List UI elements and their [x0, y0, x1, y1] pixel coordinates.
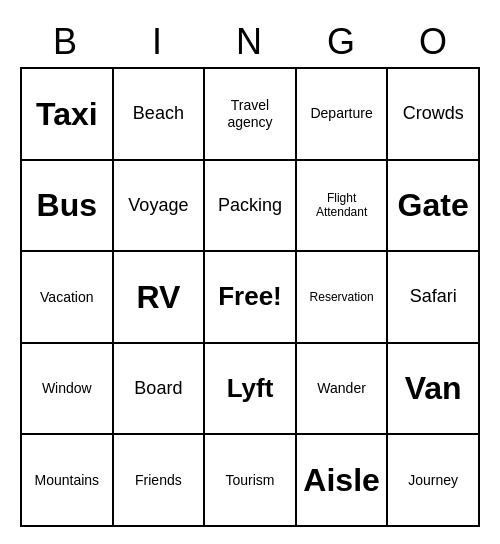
bingo-cell: Gate [388, 161, 480, 253]
cell-text: Gate [398, 186, 469, 224]
bingo-cell: Journey [388, 435, 480, 527]
cell-text: Packing [218, 195, 282, 217]
cell-text: Travel agency [209, 97, 291, 131]
cell-text: Beach [133, 103, 184, 125]
cell-text: Wander [317, 380, 366, 397]
header-letter: G [296, 17, 388, 67]
bingo-cell: Vacation [22, 252, 114, 344]
bingo-cell: Taxi [22, 69, 114, 161]
bingo-cell: Voyage [114, 161, 206, 253]
cell-text: Van [405, 369, 462, 407]
header-letter: O [388, 17, 480, 67]
cell-text: Voyage [128, 195, 188, 217]
cell-text: Departure [310, 105, 372, 122]
cell-text: Window [42, 380, 92, 397]
bingo-cell: Departure [297, 69, 389, 161]
bingo-cell: Wander [297, 344, 389, 436]
bingo-cell: Flight Attendant [297, 161, 389, 253]
bingo-cell: Board [114, 344, 206, 436]
bingo-cell: Lyft [205, 344, 297, 436]
cell-text: Safari [410, 286, 457, 308]
cell-text: Vacation [40, 289, 93, 306]
cell-text: Journey [408, 472, 458, 489]
cell-text: Board [134, 378, 182, 400]
bingo-cell: RV [114, 252, 206, 344]
bingo-cell: Beach [114, 69, 206, 161]
bingo-cell: Aisle [297, 435, 389, 527]
cell-text: Friends [135, 472, 182, 489]
bingo-cell: Safari [388, 252, 480, 344]
cell-text: Tourism [225, 472, 274, 489]
cell-text: Mountains [35, 472, 100, 489]
bingo-header: BINGO [20, 17, 480, 67]
cell-text: Aisle [303, 461, 379, 499]
cell-text: Reservation [310, 290, 374, 304]
bingo-card: BINGO TaxiBeachTravel agencyDepartureCro… [20, 17, 480, 527]
header-letter: B [20, 17, 112, 67]
bingo-cell: Mountains [22, 435, 114, 527]
bingo-cell: Packing [205, 161, 297, 253]
cell-text: Bus [37, 186, 97, 224]
bingo-cell: Travel agency [205, 69, 297, 161]
bingo-cell: Window [22, 344, 114, 436]
bingo-cell: Van [388, 344, 480, 436]
bingo-grid: TaxiBeachTravel agencyDepartureCrowdsBus… [20, 67, 480, 527]
bingo-cell: Tourism [205, 435, 297, 527]
bingo-cell: Friends [114, 435, 206, 527]
cell-text: Lyft [227, 373, 274, 404]
cell-text: Flight Attendant [301, 191, 383, 220]
bingo-cell: Crowds [388, 69, 480, 161]
bingo-cell: Free! [205, 252, 297, 344]
cell-text: Taxi [36, 95, 98, 133]
cell-text: RV [136, 278, 180, 316]
bingo-cell: Reservation [297, 252, 389, 344]
bingo-cell: Bus [22, 161, 114, 253]
cell-text: Free! [218, 281, 282, 312]
cell-text: Crowds [403, 103, 464, 125]
header-letter: N [204, 17, 296, 67]
header-letter: I [112, 17, 204, 67]
